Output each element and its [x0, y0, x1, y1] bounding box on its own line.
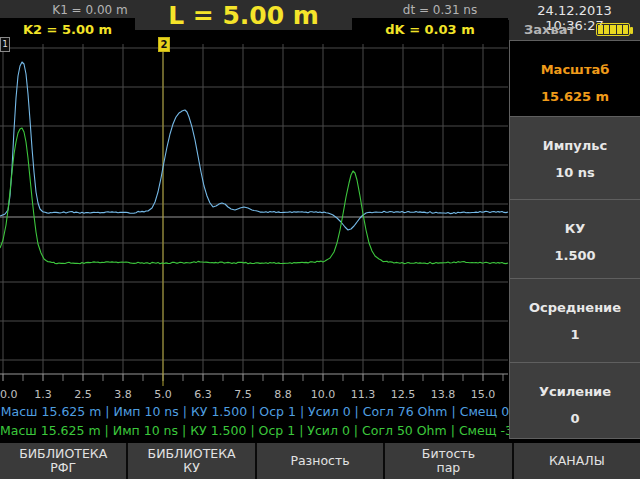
- sidebar-panel-4[interactable]: Осреднение1: [510, 279, 640, 363]
- sidebar-panel-1[interactable]: Масштаб15.625 m: [510, 41, 640, 117]
- softkey-bar: БИБЛИОТЕКА РФГБИБЛИОТЕКА КУРазностьБитос…: [0, 441, 640, 479]
- softkey-2[interactable]: БИБЛИОТЕКА КУ: [126, 443, 254, 479]
- length-readout: L = 5.00 m: [135, 0, 352, 30]
- sidebar-panel-5[interactable]: Усиление0: [510, 363, 640, 439]
- x-tick-label: 6.3: [187, 388, 219, 401]
- battery-nub: [630, 27, 633, 34]
- settings-sidebar: Масштаб15.625 mИмпульс10 nsКУ1.500Осредн…: [509, 40, 640, 439]
- cursor-marker-1[interactable]: 1: [0, 37, 10, 52]
- x-tick-label: 10.0: [307, 388, 339, 401]
- panel-value: 0: [510, 399, 640, 426]
- cursor-marker-2[interactable]: 2: [158, 37, 170, 52]
- panel-label: Масштаб: [510, 41, 640, 77]
- sidebar-panel-3[interactable]: КУ1.500: [510, 200, 640, 279]
- x-tick-label: 11.3: [347, 388, 379, 401]
- panel-value: 1.500: [510, 236, 640, 263]
- battery-segment: [623, 25, 628, 34]
- battery-segment: [604, 25, 609, 34]
- panel-label: КУ: [510, 200, 640, 236]
- panel-label: Импульс: [510, 117, 640, 153]
- panel-label: Усиление: [510, 363, 640, 399]
- battery-segment: [617, 25, 622, 34]
- softkey-1[interactable]: БИБЛИОТЕКА РФГ: [0, 443, 126, 479]
- x-tick-label: 15.0: [467, 388, 499, 401]
- x-tick-label: 2.5: [67, 388, 99, 401]
- dk-readout: dK = 0.03 m: [352, 18, 508, 40]
- dt-readout: dt = 0.31 ns: [370, 3, 510, 17]
- sidebar-panel-2[interactable]: Импульс10 ns: [510, 117, 640, 200]
- x-tick-label: 5.0: [147, 388, 179, 401]
- x-tick-label: 7.5: [227, 388, 259, 401]
- panel-value: 1: [510, 315, 640, 342]
- capture-mode-label: Захват: [512, 22, 587, 37]
- battery-icon: [596, 23, 630, 36]
- battery-segment: [598, 25, 603, 34]
- panel-label: Осреднение: [510, 279, 640, 315]
- k2-readout: K2 = 5.00 m: [0, 18, 135, 40]
- softkey-3[interactable]: Разность: [255, 443, 383, 479]
- x-tick-label: 13.8: [427, 388, 459, 401]
- battery-segment: [610, 25, 615, 34]
- softkey-5[interactable]: КАНАЛЫ: [512, 443, 640, 479]
- softkey-4[interactable]: Битость пар: [383, 443, 511, 479]
- x-tick-label: 3.8: [107, 388, 139, 401]
- x-tick-label: 8.8: [267, 388, 299, 401]
- panel-value: 15.625 m: [510, 77, 640, 104]
- x-tick-label: 12.5: [387, 388, 419, 401]
- channel-1-status: Масш 15.625 m | Имп 10 ns | КУ 1.500 | О…: [0, 402, 510, 421]
- waveform-plot[interactable]: [0, 38, 510, 402]
- x-tick-label: 1.3: [27, 388, 59, 401]
- panel-value: 10 ns: [510, 153, 640, 180]
- channel-2-status: Масш 15.625 m | Имп 10 ns | КУ 1.500 | О…: [0, 421, 510, 440]
- channel-status-lines: Масш 15.625 m | Имп 10 ns | КУ 1.500 | О…: [0, 402, 510, 441]
- instrument-screen: K1 = 0.00 m dt = 0.31 ns L = 5.00 m K2 =…: [0, 0, 640, 479]
